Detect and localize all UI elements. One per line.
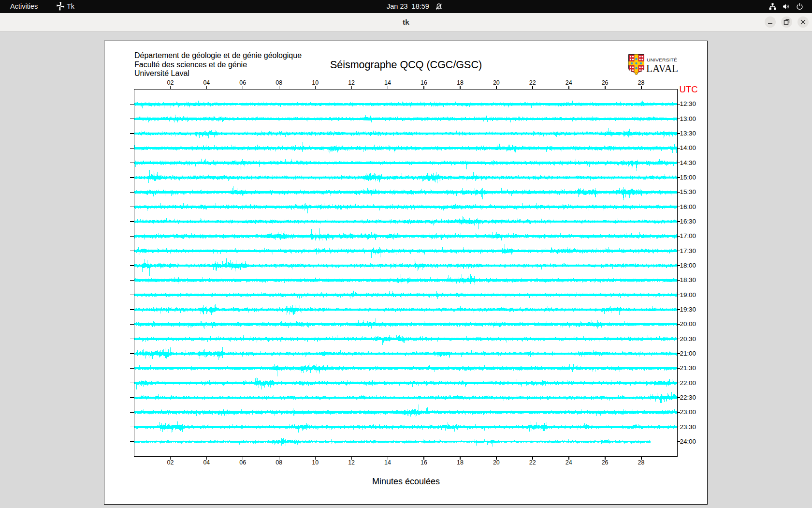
svg-text:LAVAL: LAVAL — [646, 62, 678, 75]
svg-text:UNIVERSITÉ: UNIVERSITÉ — [647, 57, 677, 62]
